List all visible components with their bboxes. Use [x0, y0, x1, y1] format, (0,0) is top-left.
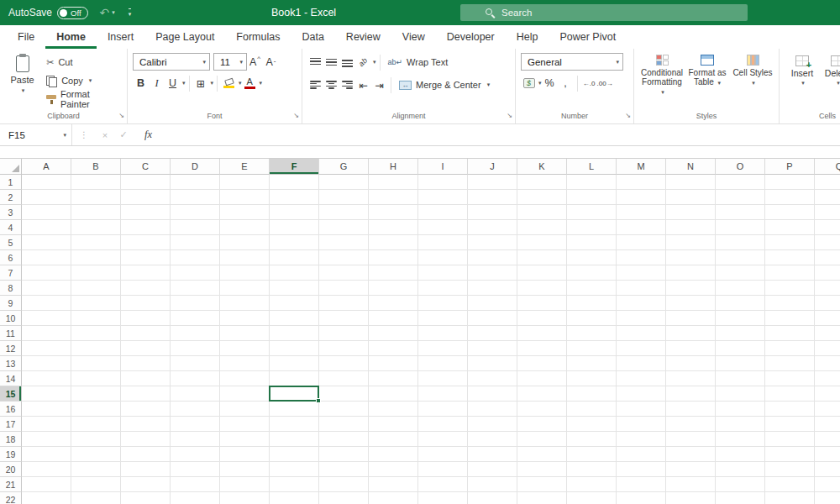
increase-font-size-button[interactable]: A^ [247, 54, 263, 71]
italic-button[interactable]: I [149, 75, 165, 92]
row-header-6[interactable]: 6 [0, 250, 22, 265]
tab-insert[interactable]: Insert [97, 25, 144, 49]
search-box[interactable]: Search [460, 4, 748, 21]
name-box-resize-handle[interactable]: ⋮ [80, 130, 88, 139]
column-header-O[interactable]: O [716, 159, 765, 175]
row-header-10[interactable]: 10 [0, 311, 22, 326]
decrease-font-size-button[interactable]: Aˇ [263, 54, 279, 71]
row-header-21[interactable]: 21 [0, 477, 22, 492]
column-header-G[interactable]: G [319, 159, 369, 175]
tab-review[interactable]: Review [335, 25, 391, 49]
number-dialog-launcher-icon[interactable]: ↘ [625, 110, 631, 122]
row-header-8[interactable]: 8 [0, 281, 22, 296]
align-middle-button[interactable] [323, 54, 339, 71]
formula-input[interactable] [159, 124, 840, 145]
column-header-K[interactable]: K [517, 159, 567, 175]
bold-button[interactable]: B [133, 75, 149, 92]
tab-formulas[interactable]: Formulas [225, 25, 291, 49]
tab-help[interactable]: Help [506, 25, 549, 49]
tab-page-layout[interactable]: Page Layout [144, 25, 225, 49]
row-header-15[interactable]: 15 [0, 386, 22, 402]
underline-button[interactable]: U [165, 75, 181, 92]
percent-style-button[interactable]: % [542, 75, 558, 92]
tab-power-pivot[interactable]: Power Pivot [549, 25, 627, 49]
decrease-indent-button[interactable]: ⇤ [355, 76, 371, 93]
selected-cell[interactable] [269, 386, 319, 402]
row-header-12[interactable]: 12 [0, 341, 22, 356]
row-header-11[interactable]: 11 [0, 326, 22, 341]
font-color-dropdown-icon[interactable]: ▾ [260, 80, 263, 87]
row-header-20[interactable]: 20 [0, 462, 22, 477]
align-top-button[interactable] [307, 54, 323, 71]
row-header-14[interactable]: 14 [0, 371, 22, 386]
column-header-L[interactable]: L [567, 159, 617, 175]
font-color-button[interactable]: A [242, 75, 258, 92]
wrap-text-button[interactable]: ab↵ Wrap Text [384, 53, 453, 71]
decrease-decimal-button[interactable]: .00→ [597, 75, 613, 92]
delete-cells-button[interactable]: × Delete ▾ [820, 53, 840, 87]
row-header-3[interactable]: 3 [0, 205, 22, 220]
column-header-C[interactable]: C [121, 159, 171, 175]
cell-styles-button[interactable]: Cell Styles ▾ [730, 53, 775, 87]
comma-style-button[interactable]: , [558, 75, 574, 92]
fill-color-button[interactable] [221, 75, 237, 92]
tab-view[interactable]: View [391, 25, 436, 49]
column-header-B[interactable]: B [71, 159, 121, 175]
row-header-1[interactable]: 1 [0, 175, 22, 190]
tab-data[interactable]: Data [291, 25, 334, 49]
borders-button[interactable]: ⊞ [193, 75, 209, 92]
cancel-icon[interactable]: × [96, 130, 114, 140]
increase-decimal-button[interactable]: ←.0 [581, 75, 597, 92]
enter-icon[interactable]: ✓ [114, 129, 133, 140]
row-header-5[interactable]: 5 [0, 235, 22, 250]
merge-center-button[interactable]: ↔ Merge & Center ▾ [395, 76, 494, 94]
align-right-button[interactable] [339, 76, 355, 93]
column-header-Q[interactable]: Q [815, 159, 840, 175]
column-header-J[interactable]: J [468, 159, 517, 175]
align-bottom-button[interactable] [339, 54, 355, 71]
row-header-22[interactable]: 22 [0, 492, 22, 504]
row-header-9[interactable]: 9 [0, 296, 22, 311]
column-header-A[interactable]: A [22, 159, 71, 175]
font-name-select[interactable]: Calibri ▾ [133, 53, 210, 71]
cut-button[interactable]: ✂ Cut [43, 53, 123, 71]
column-header-F[interactable]: F [270, 159, 319, 175]
align-center-button[interactable] [323, 76, 339, 93]
customize-quick-access-icon[interactable]: ▾ [129, 8, 132, 18]
fill-handle[interactable] [316, 398, 321, 403]
column-header-D[interactable]: D [171, 159, 220, 175]
grid-cells[interactable] [22, 175, 840, 504]
undo-icon[interactable]: ↶ [100, 6, 110, 19]
paste-button[interactable]: Paste ▾ [5, 53, 39, 94]
column-header-M[interactable]: M [617, 159, 666, 175]
format-painter-button[interactable]: Format Painter [43, 90, 123, 108]
row-header-4[interactable]: 4 [0, 220, 22, 235]
align-left-button[interactable] [307, 76, 323, 93]
tab-file[interactable]: File [7, 25, 45, 49]
copy-button[interactable]: Copy ▾ [43, 71, 123, 90]
orientation-button[interactable]: ab [355, 54, 371, 71]
row-header-16[interactable]: 16 [0, 402, 22, 417]
row-header-18[interactable]: 18 [0, 432, 22, 447]
alignment-dialog-launcher-icon[interactable]: ↘ [507, 110, 512, 122]
tab-home[interactable]: Home [45, 25, 97, 49]
tab-developer[interactable]: Developer [436, 25, 506, 49]
format-as-table-button[interactable]: Format as Table ▾ [685, 53, 730, 87]
name-box[interactable]: F15 ▾ [0, 124, 72, 145]
row-header-7[interactable]: 7 [0, 265, 22, 281]
column-header-N[interactable]: N [666, 159, 716, 175]
select-all-button[interactable] [0, 159, 22, 175]
insert-function-icon[interactable]: fx [144, 129, 152, 141]
insert-cells-button[interactable]: + Insert ▾ [785, 53, 820, 87]
column-header-E[interactable]: E [220, 159, 270, 175]
underline-dropdown-icon[interactable]: ▾ [182, 80, 186, 87]
column-header-I[interactable]: I [418, 159, 468, 175]
autosave-pill[interactable]: Off [57, 7, 88, 19]
clipboard-dialog-launcher-icon[interactable]: ↘ [118, 110, 124, 122]
font-size-select[interactable]: 11 ▾ [213, 53, 247, 71]
row-header-13[interactable]: 13 [0, 356, 22, 371]
column-header-H[interactable]: H [369, 159, 418, 175]
conditional-formatting-button[interactable]: Conditional Formatting ▾ [639, 53, 685, 97]
autosave-toggle[interactable]: AutoSave Off [8, 7, 88, 19]
column-header-P[interactable]: P [765, 159, 815, 175]
